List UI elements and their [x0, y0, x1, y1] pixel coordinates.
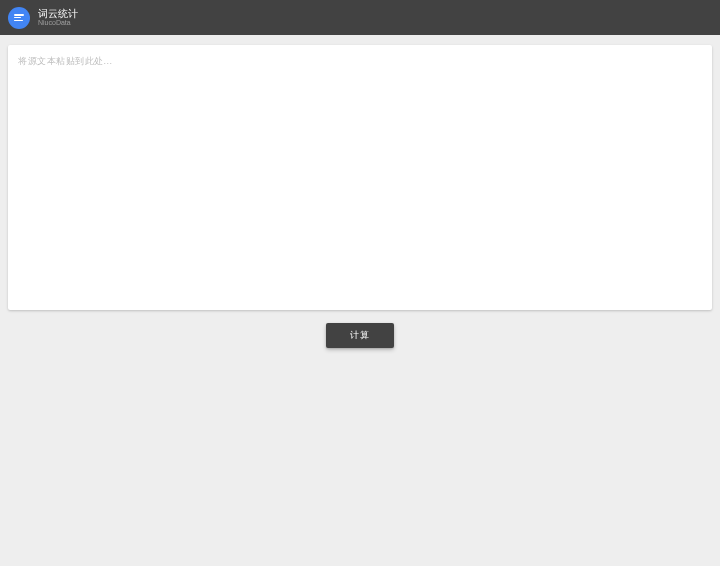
app-header: 词云统计 NiucoData — [0, 0, 720, 35]
header-text-group: 词云统计 NiucoData — [38, 8, 78, 27]
app-title: 词云统计 — [38, 8, 78, 19]
logo-bars-icon — [14, 14, 24, 21]
button-container: 计算 — [8, 323, 712, 348]
app-subtitle: NiucoData — [38, 19, 78, 27]
source-text-input[interactable] — [18, 55, 702, 300]
textarea-card — [8, 45, 712, 310]
compute-button[interactable]: 计算 — [326, 323, 394, 348]
app-logo — [8, 7, 30, 29]
main-content: 计算 — [0, 35, 720, 358]
